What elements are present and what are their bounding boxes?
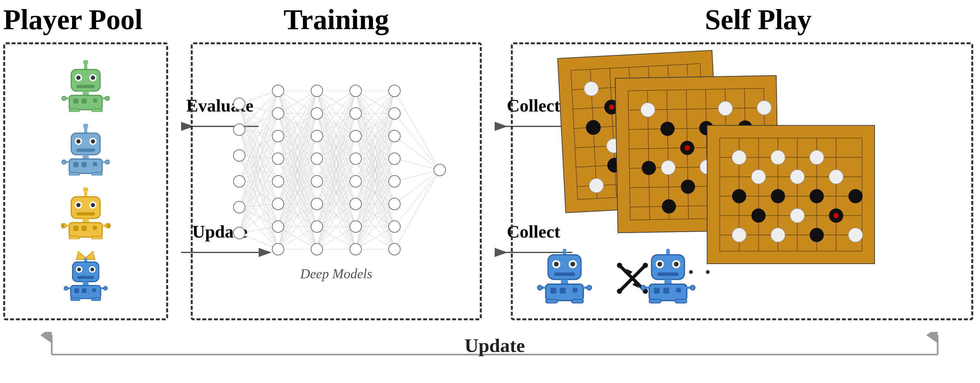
svg-point-342 [272, 153, 284, 165]
selfplay-box: . . . [511, 42, 973, 320]
svg-line-332 [395, 170, 440, 249]
svg-rect-48 [73, 226, 79, 231]
svg-rect-70 [83, 281, 88, 285]
svg-point-467 [771, 189, 785, 203]
svg-point-79 [64, 286, 68, 290]
svg-point-470 [751, 208, 766, 223]
svg-point-466 [732, 189, 746, 203]
svg-point-17 [62, 96, 66, 100]
svg-rect-514 [676, 288, 681, 292]
svg-point-346 [272, 243, 284, 255]
svg-point-353 [311, 221, 323, 232]
svg-rect-13 [69, 109, 80, 112]
neural-network: Deep Models [213, 72, 459, 291]
svg-point-25 [91, 139, 95, 143]
yellow-robot [60, 188, 111, 239]
svg-point-39 [83, 188, 88, 192]
svg-point-465 [829, 170, 843, 184]
svg-text:Deep Models: Deep Models [300, 266, 372, 281]
svg-rect-27 [83, 155, 89, 159]
svg-point-350 [311, 153, 323, 165]
svg-point-473 [732, 228, 746, 242]
svg-rect-12 [93, 98, 97, 102]
svg-point-1 [83, 60, 88, 65]
svg-point-438 [718, 101, 733, 116]
svg-point-359 [350, 175, 361, 187]
svg-point-368 [389, 198, 400, 210]
svg-rect-32 [69, 172, 80, 175]
svg-line-123 [239, 207, 278, 227]
svg-point-461 [771, 150, 785, 165]
svg-point-460 [732, 150, 746, 165]
svg-point-351 [311, 175, 323, 187]
go-board-3 [707, 125, 875, 265]
svg-rect-486 [561, 280, 568, 284]
svg-rect-51 [69, 236, 80, 239]
svg-line-331 [395, 170, 440, 227]
svg-point-333 [234, 98, 245, 110]
svg-point-356 [350, 108, 361, 119]
svg-point-343 [272, 175, 284, 187]
svg-rect-8 [83, 91, 89, 95]
svg-point-347 [311, 85, 323, 97]
selfplay-title: Self Play [511, 3, 973, 36]
svg-point-349 [311, 130, 323, 142]
svg-rect-10 [73, 98, 79, 103]
svg-point-68 [91, 267, 94, 271]
selfplay-section: Self Play [511, 3, 973, 320]
svg-line-328 [395, 159, 440, 170]
training-section: Training [191, 3, 482, 320]
svg-rect-489 [560, 288, 565, 294]
svg-point-468 [810, 189, 824, 203]
svg-point-365 [389, 130, 400, 142]
svg-point-442 [757, 100, 772, 115]
svg-point-371 [434, 164, 445, 176]
svg-point-508 [674, 262, 679, 267]
svg-point-478 [834, 213, 839, 218]
svg-point-67 [77, 267, 81, 271]
training-box: Deep Models [191, 42, 482, 320]
svg-point-358 [350, 153, 361, 165]
svg-point-496 [587, 285, 592, 290]
svg-rect-485 [554, 272, 575, 276]
svg-point-362 [350, 243, 361, 255]
svg-point-367 [389, 175, 400, 187]
svg-rect-509 [657, 272, 678, 276]
svg-line-327 [395, 136, 440, 170]
svg-point-369 [389, 221, 400, 232]
player-pool-box [3, 42, 168, 320]
svg-point-24 [76, 139, 81, 143]
svg-point-357 [350, 130, 361, 142]
svg-point-339 [272, 85, 284, 97]
svg-rect-14 [92, 109, 102, 112]
green-robot [60, 60, 111, 112]
player-pool-section: Player Pool [3, 3, 168, 320]
svg-rect-479 [563, 249, 566, 255]
svg-point-519 [641, 285, 646, 290]
svg-point-462 [810, 150, 824, 165]
svg-point-366 [389, 153, 400, 165]
svg-rect-492 [572, 299, 583, 303]
svg-rect-46 [83, 218, 89, 223]
svg-point-502 [617, 263, 622, 268]
svg-rect-33 [92, 172, 102, 175]
svg-rect-488 [550, 288, 556, 294]
svg-point-334 [234, 124, 245, 135]
svg-point-437 [641, 102, 655, 117]
svg-rect-29 [73, 162, 79, 167]
svg-point-484 [570, 262, 575, 267]
svg-point-354 [311, 243, 323, 255]
svg-point-469 [848, 189, 862, 203]
svg-point-37 [105, 160, 110, 164]
svg-rect-72 [74, 288, 79, 293]
svg-point-439 [661, 160, 675, 175]
svg-rect-491 [546, 299, 557, 303]
svg-rect-490 [573, 288, 578, 292]
svg-point-5 [76, 76, 81, 80]
svg-point-352 [311, 198, 323, 210]
svg-point-80 [103, 286, 107, 290]
svg-point-344 [272, 198, 284, 210]
svg-point-363 [389, 85, 400, 97]
svg-rect-503 [667, 249, 670, 255]
svg-point-361 [350, 221, 361, 232]
